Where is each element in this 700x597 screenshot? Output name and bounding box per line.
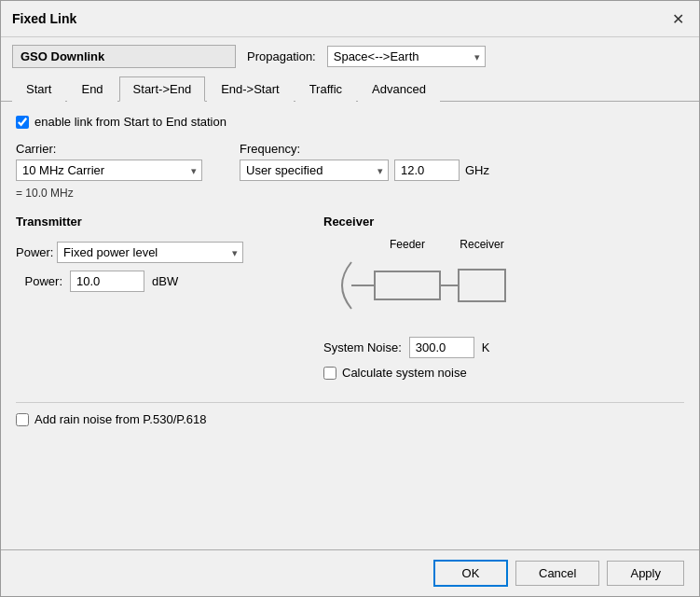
- frequency-type-select[interactable]: User specified: [240, 160, 389, 181]
- power-type-select-wrapper: Fixed power level: [57, 242, 243, 263]
- header-row: GSO Downlink Propagation: Space<-->Earth: [1, 37, 699, 76]
- carrier-frequency-row: Carrier: 10 MHz Carrier Frequency: User …: [16, 142, 684, 181]
- tab-advanced[interactable]: Advanced: [358, 76, 440, 102]
- main-sections: Transmitter Power: Fixed power level Pow…: [16, 215, 684, 387]
- receiver-diagram-label: Receiver: [454, 238, 510, 251]
- system-noise-input[interactable]: [409, 337, 474, 358]
- calculate-noise-checkbox[interactable]: [323, 367, 336, 380]
- calculate-noise-label: Calculate system noise: [342, 366, 467, 380]
- receiver-diagram-svg: [323, 253, 528, 318]
- tabs-bar: Start End Start->End End->Start Traffic …: [1, 76, 699, 102]
- feeder-label: Feeder: [370, 238, 445, 251]
- transmitter-section: Transmitter Power: Fixed power level Pow…: [16, 215, 295, 387]
- calculate-noise-row: Calculate system noise: [323, 366, 684, 380]
- bottom-checkboxes: Add rain noise from P.530/P.618: [16, 402, 684, 426]
- system-noise-unit: K: [482, 340, 490, 354]
- power-type-select[interactable]: Fixed power level: [57, 242, 243, 263]
- enable-link-label: enable link from Start to End station: [34, 115, 226, 129]
- receiver-section: Receiver Feeder Receiver: [323, 215, 684, 387]
- carrier-group: Carrier: 10 MHz Carrier: [16, 142, 202, 181]
- receiver-diagram: Feeder Receiver: [323, 238, 684, 326]
- enable-link-checkbox[interactable]: [16, 116, 29, 129]
- frequency-value-input[interactable]: [394, 160, 460, 181]
- frequency-input-row: User specified GHz: [240, 160, 489, 181]
- tab-end[interactable]: End: [67, 76, 117, 102]
- content-area: enable link from Start to End station Ca…: [1, 102, 699, 549]
- ok-button[interactable]: OK: [433, 560, 508, 587]
- power-value-input[interactable]: [70, 271, 144, 292]
- cancel-button[interactable]: Cancel: [515, 561, 599, 586]
- frequency-unit-label: GHz: [465, 163, 489, 177]
- tab-end-start[interactable]: End->Start: [207, 76, 294, 102]
- link-name: GSO Downlink: [12, 45, 236, 68]
- frequency-group: Frequency: User specified GHz: [240, 142, 489, 181]
- carrier-select-wrapper: 10 MHz Carrier: [16, 160, 202, 181]
- svg-rect-1: [375, 271, 440, 299]
- add-rain-checkbox[interactable]: [16, 413, 29, 426]
- propagation-select[interactable]: Space<-->Earth: [327, 46, 486, 67]
- power-field-label: Power:: [16, 274, 62, 288]
- tab-traffic[interactable]: Traffic: [295, 76, 356, 102]
- svg-rect-3: [459, 270, 505, 301]
- frequency-label: Frequency:: [240, 142, 489, 156]
- tab-start-end[interactable]: Start->End: [119, 76, 206, 102]
- power-value-row: Power: dBW: [16, 271, 295, 292]
- power-type-label: Power:: [16, 245, 53, 259]
- power-unit-label: dBW: [152, 274, 178, 288]
- enable-link-row: enable link from Start to End station: [16, 115, 684, 129]
- apply-button[interactable]: Apply: [607, 561, 684, 586]
- carrier-label: Carrier:: [16, 142, 202, 156]
- carrier-note: = 10.0 MHz: [16, 187, 684, 200]
- close-button[interactable]: ✕: [667, 8, 688, 29]
- tab-start[interactable]: Start: [12, 76, 65, 102]
- add-rain-row: Add rain noise from P.530/P.618: [16, 412, 684, 426]
- freq-type-select-wrapper: User specified: [240, 160, 389, 181]
- transmitter-title: Transmitter: [16, 215, 295, 229]
- dialog-footer: OK Cancel Apply: [1, 549, 699, 596]
- fixed-link-dialog: Fixed Link ✕ GSO Downlink Propagation: S…: [0, 0, 700, 597]
- receiver-title: Receiver: [323, 215, 684, 229]
- dialog-title: Fixed Link: [12, 11, 76, 26]
- title-bar: Fixed Link ✕: [1, 1, 699, 37]
- propagation-label: Propagation:: [247, 49, 316, 63]
- add-rain-label: Add rain noise from P.530/P.618: [34, 412, 207, 426]
- system-noise-label: System Noise:: [323, 340, 402, 354]
- propagation-select-wrapper: Space<-->Earth: [327, 46, 486, 67]
- diagram-labels: Feeder Receiver: [370, 238, 510, 251]
- system-noise-row: System Noise: K: [323, 337, 684, 358]
- carrier-select[interactable]: 10 MHz Carrier: [16, 160, 202, 181]
